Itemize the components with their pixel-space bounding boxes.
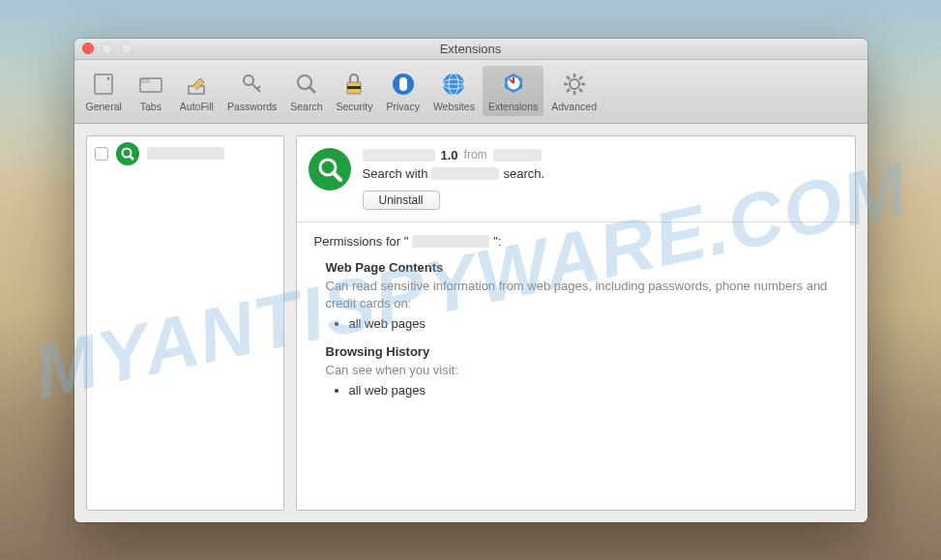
websites-icon — [439, 70, 468, 99]
toolbar-tab-extensions[interactable]: Extensions — [483, 66, 544, 116]
toolbar-label: AutoFill — [180, 101, 214, 112]
svg-point-6 — [298, 75, 311, 89]
toolbar-tab-passwords[interactable]: Passwords — [221, 66, 282, 116]
permission-title: Web Page Contents — [326, 260, 838, 275]
svg-line-21 — [567, 76, 570, 79]
extension-description: Search with search. — [363, 166, 839, 181]
svg-rect-8 — [347, 86, 361, 89]
uninstall-button[interactable]: Uninstall — [363, 191, 440, 210]
permission-group-history: Browsing History Can see when you visit:… — [326, 344, 838, 398]
toolbar-tab-advanced[interactable]: Advanced — [545, 66, 603, 116]
permission-item: all web pages — [349, 383, 838, 398]
extension-enable-checkbox[interactable] — [95, 147, 108, 161]
permission-title: Browsing History — [326, 344, 838, 359]
permission-item: all web pages — [349, 316, 838, 331]
extensions-sidebar — [86, 135, 284, 511]
preferences-toolbar: General Tabs AutoFill Passwords Search — [74, 60, 867, 124]
toolbar-tab-tabs[interactable]: Tabs — [130, 66, 172, 116]
svg-line-23 — [567, 89, 570, 92]
svg-point-1 — [107, 77, 110, 80]
content-area: 1.0 from Search with search. Uninstall P… — [74, 124, 867, 522]
permission-group-webpage: Web Page Contents Can read sensitive inf… — [326, 260, 838, 331]
extension-name-redacted — [147, 147, 224, 160]
privacy-icon — [389, 70, 418, 99]
extension-from-label: from — [464, 148, 487, 162]
titlebar[interactable]: Extensions — [74, 39, 867, 60]
extensions-icon — [499, 70, 528, 99]
permission-list: all web pages — [349, 316, 838, 331]
extension-header: 1.0 from Search with search. Uninstall — [297, 136, 855, 222]
toolbar-label: Websites — [433, 101, 475, 112]
toolbar-label: Advanced — [551, 101, 597, 112]
autofill-icon — [182, 70, 211, 99]
toolbar-label: Security — [337, 101, 373, 112]
minimize-window-button[interactable] — [102, 43, 113, 54]
svg-rect-0 — [95, 74, 112, 94]
extension-icon — [116, 142, 139, 165]
extension-name-redacted — [363, 149, 435, 162]
toolbar-tab-autofill[interactable]: AutoFill — [174, 66, 220, 116]
extension-detail-panel: 1.0 from Search with search. Uninstall P… — [296, 135, 856, 511]
zoom-window-button[interactable] — [121, 43, 132, 54]
extension-icon-large — [309, 148, 351, 191]
extension-title-line: 1.0 from — [363, 148, 839, 162]
toolbar-label: Search — [290, 101, 322, 112]
toolbar-tab-websites[interactable]: Websites — [427, 66, 481, 116]
toolbar-label: Passwords — [227, 101, 277, 112]
extension-list-item[interactable] — [87, 136, 283, 171]
tabs-icon — [136, 70, 165, 99]
permissions-ext-name-redacted — [412, 235, 489, 248]
permission-description: Can see when you visit: — [326, 362, 838, 379]
toolbar-label: General — [86, 101, 122, 112]
svg-line-24 — [579, 76, 582, 79]
svg-line-22 — [579, 89, 582, 92]
toolbar-tab-privacy[interactable]: Privacy — [380, 66, 425, 116]
general-icon — [89, 70, 118, 99]
extension-version: 1.0 — [441, 148, 458, 162]
permission-list: all web pages — [349, 383, 838, 398]
extension-desc-redacted — [431, 167, 499, 180]
permissions-header: Permissions for "": — [314, 234, 838, 249]
toolbar-label: Privacy — [386, 101, 419, 112]
svg-point-16 — [570, 79, 579, 89]
toolbar-tab-general[interactable]: General — [80, 66, 128, 116]
close-window-button[interactable] — [82, 43, 94, 54]
toolbar-tab-security[interactable]: Security — [331, 66, 379, 116]
svg-rect-10 — [399, 77, 407, 91]
search-icon — [292, 70, 321, 99]
permissions-section: Permissions for "": Web Page Contents Ca… — [297, 222, 855, 424]
window-title: Extensions — [74, 42, 867, 56]
toolbar-label: Tabs — [140, 101, 162, 112]
toolbar-tab-search[interactable]: Search — [284, 66, 328, 116]
preferences-window: Extensions General Tabs AutoFill Passwor… — [74, 39, 867, 522]
advanced-icon — [560, 70, 589, 99]
extension-author-redacted — [493, 149, 542, 162]
security-icon — [339, 70, 368, 99]
toolbar-label: Extensions — [488, 101, 538, 112]
passwords-icon — [238, 70, 267, 99]
svg-rect-3 — [140, 78, 150, 83]
permission-description: Can read sensitive information from web … — [326, 278, 838, 312]
